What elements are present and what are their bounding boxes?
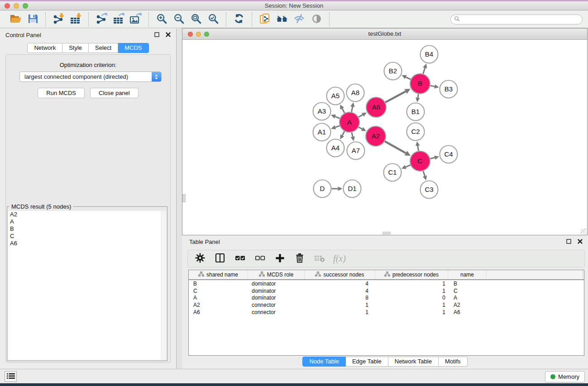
graph-node-A6[interactable]: A6 — [366, 97, 386, 117]
graph-node-A5[interactable]: A5 — [327, 87, 344, 105]
column-header-predecessor-nodes[interactable]: predecessor nodes — [375, 270, 448, 279]
resize-grip[interactable] — [581, 229, 587, 234]
tab-network-table[interactable]: Network Table — [388, 357, 439, 367]
graph-edge-A-A3[interactable] — [331, 114, 340, 119]
graph-node-B1[interactable]: B1 — [407, 103, 425, 121]
graph-edge-C-C2[interactable] — [416, 141, 420, 151]
graph-node-B3[interactable]: B3 — [440, 81, 458, 98]
refresh-button[interactable] — [230, 12, 248, 27]
graph-edge-B-B4[interactable] — [423, 64, 427, 74]
tab-edge-table[interactable]: Edge Table — [346, 357, 388, 367]
open-button[interactable] — [7, 12, 24, 27]
graph-edge-A6-B[interactable] — [385, 89, 411, 102]
close-table-panel-button[interactable] — [577, 238, 583, 246]
memory-button[interactable]: Memory — [545, 371, 585, 382]
zoom-out-button[interactable] — [170, 12, 187, 27]
clone-network-button[interactable] — [256, 12, 273, 27]
graph-node-A1[interactable]: A1 — [313, 124, 331, 141]
graph-node-A3[interactable]: A3 — [313, 103, 331, 120]
table-row[interactable]: A2connector11A2 — [189, 301, 584, 309]
tab-mcds[interactable]: MCDS — [118, 43, 148, 53]
graph-edge-A-A6[interactable] — [359, 113, 367, 117]
optimization-criterion-select[interactable]: largest connected component (directed) — [19, 71, 162, 82]
run-mcds-button[interactable]: Run MCDS — [38, 88, 85, 98]
graph-node-A4[interactable]: A4 — [327, 139, 344, 157]
zoom-in-button[interactable] — [153, 12, 170, 27]
search-field[interactable] — [450, 14, 583, 24]
node-table[interactable]: shared nameMCDS rolesuccessor nodesprede… — [188, 270, 584, 356]
graph-node-D1[interactable]: D1 — [344, 180, 361, 198]
graph-edge-A-A1[interactable] — [331, 125, 339, 129]
hide-details-button[interactable] — [291, 12, 308, 27]
delete-button[interactable] — [293, 253, 306, 265]
export-table-button[interactable] — [110, 12, 127, 27]
task-history-button[interactable] — [5, 371, 17, 382]
result-list-item[interactable]: B — [8, 225, 166, 233]
result-list-item[interactable]: A — [8, 218, 166, 225]
result-list-scrollbar[interactable] — [161, 211, 166, 360]
result-list-item[interactable]: A2 — [8, 211, 166, 218]
graph-node-B4[interactable]: B4 — [421, 46, 438, 63]
tab-style[interactable]: Style — [62, 43, 89, 53]
graph-edge-A-A2[interactable] — [359, 127, 366, 131]
table-row[interactable]: Bdominator41B — [189, 280, 584, 287]
graph-edge-B-B2[interactable] — [402, 75, 411, 79]
tab-motifs[interactable]: Motifs — [439, 357, 468, 367]
add-button[interactable] — [273, 253, 286, 265]
graph-edge-C-C4[interactable] — [430, 156, 439, 160]
graph-node-A[interactable]: A — [339, 112, 359, 132]
graph-edge-C-C1[interactable] — [402, 165, 411, 169]
result-list-item[interactable]: C — [8, 233, 166, 240]
mcds-result-list[interactable]: A2ABCA6 — [8, 211, 166, 360]
graph-node-C[interactable]: C — [410, 151, 430, 171]
home-button[interactable] — [273, 12, 291, 27]
graph-node-B2[interactable]: B2 — [384, 62, 402, 80]
graph-edge-A-A5[interactable] — [340, 105, 344, 113]
graph-edge-D-D1[interactable] — [332, 186, 343, 191]
graph-node-A7[interactable]: A7 — [347, 142, 365, 160]
table-row[interactable]: Adominator80A — [189, 294, 584, 301]
float-table-panel-button[interactable] — [565, 238, 572, 246]
graph-node-C4[interactable]: C4 — [440, 146, 458, 163]
export-network-button[interactable] — [93, 12, 110, 27]
graph-node-A8[interactable]: A8 — [347, 84, 364, 102]
import-table-button[interactable] — [67, 12, 84, 27]
zoom-selected-button[interactable] — [205, 12, 222, 27]
close-panel-action-button[interactable]: Close panel — [90, 88, 139, 98]
graph-node-C3[interactable]: C3 — [421, 181, 438, 199]
table-row[interactable]: A6connector11A6 — [189, 309, 584, 316]
network-canvas[interactable]: AA1A2A3A4A5A6A7A8BB1B2B3B4CC1C2C3C4DD1 — [182, 40, 587, 235]
graph-edge-B-B1[interactable] — [416, 94, 420, 102]
graph-node-C1[interactable]: C1 — [384, 164, 402, 181]
column-header-MCDS-role[interactable]: MCDS role — [248, 270, 305, 279]
table-row[interactable]: Cdominator41C — [189, 287, 584, 295]
graph-node-D[interactable]: D — [314, 180, 331, 198]
graph-edge-A-A4[interactable] — [340, 131, 344, 139]
column-header-successor-nodes[interactable]: successor nodes — [305, 270, 375, 279]
export-image-button[interactable] — [127, 12, 144, 27]
import-network-button[interactable] — [50, 12, 67, 27]
graph-edge-B-B3[interactable] — [430, 84, 439, 88]
network-graph[interactable]: AA1A2A3A4A5A6A7A8BB1B2B3B4CC1C2C3C4DD1 — [182, 40, 587, 235]
horizontal-scrollbar[interactable] — [382, 232, 391, 234]
gear-button[interactable] — [194, 253, 206, 265]
graph-node-C2[interactable]: C2 — [407, 123, 425, 141]
graph-edge-C-C3[interactable] — [423, 171, 427, 181]
save-button[interactable] — [24, 12, 41, 27]
vertical-scrollbar[interactable] — [182, 194, 186, 202]
graph-edge-A-A7[interactable] — [350, 132, 354, 141]
column-header-name[interactable]: name — [448, 270, 487, 279]
zoom-fit-button[interactable] — [187, 12, 205, 27]
network-window-titlebar[interactable]: testGlobe.txt — [182, 29, 587, 40]
search-input[interactable] — [462, 15, 582, 24]
graph-node-B[interactable]: B — [410, 74, 430, 94]
float-panel-button[interactable] — [153, 31, 160, 39]
tab-select[interactable]: Select — [89, 43, 118, 53]
graph-edge-A-A8[interactable] — [350, 102, 354, 112]
result-list-item[interactable]: A6 — [8, 240, 166, 247]
select-all-button[interactable] — [234, 253, 246, 265]
tab-node-table[interactable]: Node Table — [302, 357, 346, 367]
show-details-button[interactable] — [308, 12, 325, 27]
graph-node-A2[interactable]: A2 — [366, 126, 386, 146]
deselect-all-button[interactable] — [253, 253, 266, 265]
